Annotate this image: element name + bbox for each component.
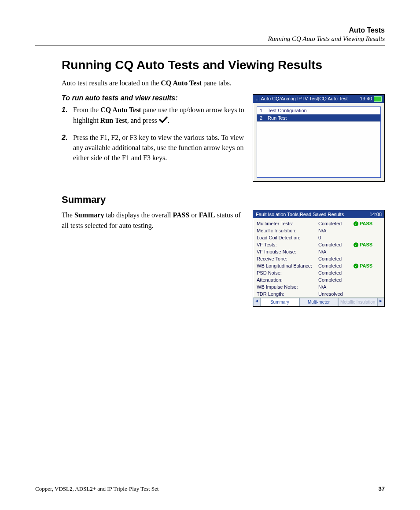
page-header: Auto Tests Running CQ Auto Tests and Vie… (35, 26, 385, 43)
header-section: Running CQ Auto Tests and Viewing Result… (35, 35, 385, 43)
tab-multimeter[interactable]: Multi-meter (299, 298, 339, 306)
step-1: 1. From the CQ Auto Test pane use the up… (62, 105, 247, 126)
result-row: Multimeter Tests:Completed✓PASS (254, 220, 383, 227)
result-row: TDR Length:Unresolved (254, 290, 383, 297)
result-row: VF Tests:Completed✓PASS (254, 241, 383, 248)
result-label: VF Tests: (257, 242, 318, 247)
page-footer: Copper, VDSL2, ADSL2+ and IP Triple-Play… (35, 485, 385, 492)
result-row: Load Coil Detection:0 (254, 234, 383, 241)
result-value: N/A (318, 249, 354, 254)
menu-item[interactable]: 2Run Test (257, 114, 380, 122)
footer-text: Copper, VDSL2, ADSL2+ and IP Triple-Play… (35, 485, 158, 492)
battery-icon (374, 96, 382, 102)
tab-scroll-left-icon[interactable]: ◄ (253, 298, 260, 306)
result-row: WB Longitudinal Balance:Completed✓PASS (254, 262, 383, 269)
result-label: WB Longitudinal Balance: (257, 263, 318, 268)
result-value: Unresolved (318, 291, 354, 297)
pass-badge: ✓PASS (354, 242, 372, 247)
menu-item-index: 2 (260, 115, 268, 121)
result-label: TDR Length: (257, 291, 318, 297)
result-value: Completed (318, 277, 354, 283)
pass-label: PASS (360, 221, 372, 226)
page-number: 37 (379, 485, 385, 492)
menu-item-label: Run Test (268, 115, 287, 121)
result-label: PSD Noise: (257, 270, 318, 275)
result-value: Completed (318, 256, 354, 261)
menu-item-label: Test Configuration (268, 108, 307, 113)
device-menu-pane: 1Test Configuration2Run Test (257, 106, 381, 178)
result-row: Metallic Insulation:N/A (254, 227, 383, 234)
result-value: 0 (318, 235, 354, 240)
intro-text-2: pane tabs. (202, 79, 232, 87)
tab-metallic-insulation[interactable]: Metallic Insulation (338, 298, 377, 306)
checkmark-icon (159, 116, 168, 126)
result-value: Completed (318, 270, 354, 275)
result-value: Completed (318, 263, 354, 268)
section-heading: Running CQ Auto Tests and Viewing Result… (35, 58, 385, 72)
pass-label: PASS (360, 263, 372, 268)
device-tabs: ◄ Summary Multi-meter Metallic Insulatio… (253, 297, 384, 306)
step-body: Press the F1, F2, or F3 key to view the … (73, 132, 247, 163)
pass-label: PASS (360, 242, 372, 247)
menu-item-index: 1 (260, 108, 268, 113)
result-label: Metallic Insulation: (257, 228, 318, 233)
tab-summary[interactable]: Summary (260, 298, 299, 306)
check-icon: ✓ (354, 264, 358, 268)
steps-list: 1. From the CQ Auto Test pane use the up… (62, 105, 247, 163)
header-chapter: Auto Tests (35, 26, 385, 34)
result-label: Multimeter Tests: (257, 221, 318, 226)
result-value: Completed (318, 221, 354, 226)
device-title: ..| Auto CQ/Analog IPTV Test|CQ Auto Tes… (256, 96, 348, 102)
device-titlebar: Fault Isolation Tools|Read Saved Results… (253, 210, 384, 218)
device-clock: 13:40 (360, 96, 382, 102)
result-value: N/A (318, 228, 354, 233)
intro-bold: CQ Auto Test (161, 79, 201, 87)
result-row: Receive Tone:Completed (254, 255, 383, 262)
result-label: WB Impulse Noise: (257, 284, 318, 290)
result-row: PSD Noise:Completed (254, 269, 383, 276)
device-screenshot-1: ..| Auto CQ/Analog IPTV Test|CQ Auto Tes… (253, 94, 385, 182)
result-label: Receive Tone: (257, 256, 318, 261)
device-titlebar: ..| Auto CQ/Analog IPTV Test|CQ Auto Tes… (253, 95, 384, 103)
header-rule (35, 45, 385, 46)
tab-scroll-right-icon[interactable]: ► (377, 298, 384, 306)
result-value: N/A (318, 284, 354, 290)
result-row: WB Impulse Noise:N/A (254, 283, 383, 290)
step-body: From the CQ Auto Test pane use the up/do… (73, 105, 247, 126)
step-number: 2. (62, 132, 73, 163)
results-list: Multimeter Tests:Completed✓PASSMetallic … (253, 218, 384, 297)
result-row: VF Impulse Noise:N/A (254, 248, 383, 255)
result-row: Attenuation:Completed (254, 276, 383, 283)
pass-badge: ✓PASS (354, 263, 372, 268)
result-value: Completed (318, 242, 354, 247)
check-icon: ✓ (354, 242, 358, 247)
device-clock: 14:08 (369, 212, 382, 217)
step-2: 2. Press the F1, F2, or F3 key to view t… (62, 132, 247, 163)
intro-text: Auto test results are located on the (62, 79, 161, 87)
result-label: VF Impulse Noise: (257, 249, 318, 254)
device-title: Fault Isolation Tools|Read Saved Results (256, 212, 344, 217)
subsection-heading: Summary (62, 194, 385, 205)
pass-badge: ✓PASS (354, 221, 372, 226)
steps-heading: To run auto tests and view results: (62, 94, 247, 102)
summary-paragraph: The Summary tab displays the overall PAS… (62, 210, 247, 230)
check-icon: ✓ (354, 221, 358, 226)
menu-item[interactable]: 1Test Configuration (257, 107, 380, 114)
intro-paragraph: Auto test results are located on the CQ … (62, 78, 385, 88)
result-label: Load Coil Detection: (257, 235, 318, 240)
device-screenshot-2: Fault Isolation Tools|Read Saved Results… (253, 210, 385, 307)
step-number: 1. (62, 105, 73, 126)
result-label: Attenuation: (257, 277, 318, 283)
